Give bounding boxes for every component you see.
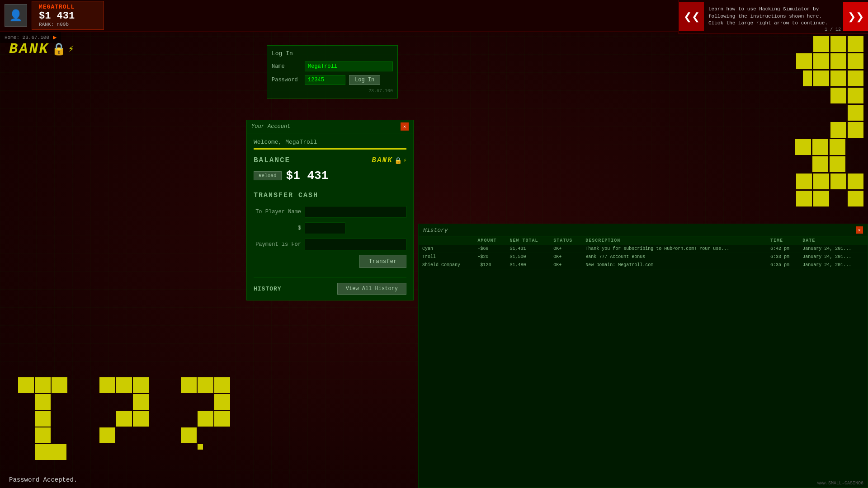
history-title-bar: History × <box>419 224 868 236</box>
player-details: MEGATROLL $1 431 RANK: n00b <box>32 1 104 30</box>
bank-lightning-icon-small: ⚡ <box>403 157 406 164</box>
history-section: HISTORY View All History <box>254 277 406 295</box>
lock-icon: 🔒 <box>52 42 66 56</box>
tutorial-panel: ❮❮ Learn how to use Hacking Simulator by… <box>678 0 868 34</box>
history-title: History <box>423 227 448 234</box>
home-arrow-icon[interactable]: ▶ <box>53 33 57 41</box>
welcome-text: Welcome, MegaTroll <box>254 139 406 145</box>
transfer-payment-label: Payment is For <box>254 241 301 248</box>
cell-amount: -$120 <box>474 261 506 269</box>
cell-description: New Domain: MegaTroll.com <box>582 261 767 269</box>
modal-body: Welcome, MegaTroll BALANCE BANK 🔒 ⚡ Relo… <box>247 133 413 300</box>
transfer-payment-input[interactable] <box>305 239 406 250</box>
table-row: Cyan -$69 $1,431 OK+ Thank you for subsc… <box>419 245 868 253</box>
view-history-button[interactable]: View All History <box>337 283 406 295</box>
cell-time: 6:33 pm <box>767 253 799 261</box>
modal-title: Your Account <box>251 123 290 130</box>
password-accepted: Password Accepted. <box>9 476 77 483</box>
tutorial-prev-button[interactable]: ❮❮ <box>679 2 704 31</box>
history-table-container: AMOUNT NEW TOTAL STATUS DESCRIPTION TIME… <box>419 236 868 269</box>
player-balance: $1 431 <box>39 10 97 22</box>
cell-description: Thank you for subscribing to HubPorn.com… <box>582 245 767 253</box>
prev-arrow-icon: ❮❮ <box>684 11 700 23</box>
col-amount: AMOUNT <box>474 236 506 245</box>
bank-name-label: BANK <box>9 41 49 57</box>
balance-label: BALANCE <box>254 156 290 164</box>
brick-decoration-bottom-left <box>18 377 84 461</box>
cell-date: January 24, 201... <box>799 245 868 253</box>
cell-status: OK+ <box>550 245 582 253</box>
watermark: www.SMALL-CASINO6 <box>817 481 863 486</box>
login-password-input[interactable] <box>305 75 345 85</box>
login-password-row: Password Log In <box>272 75 393 85</box>
account-modal: Your Account × Welcome, MegaTroll BALANC… <box>246 120 414 300</box>
login-panel: Log In Name Password Log In 23.67.100 <box>267 45 398 99</box>
cell-date: January 24, 201... <box>799 253 868 261</box>
cell-new-total: $1,480 <box>506 261 550 269</box>
cell-time: 6:42 pm <box>767 245 799 253</box>
cell-description: Bank 777 Account Bonus <box>582 253 767 261</box>
history-table-header: AMOUNT NEW TOTAL STATUS DESCRIPTION TIME… <box>419 236 868 245</box>
col-status: STATUS <box>550 236 582 245</box>
cell-status: OK+ <box>550 261 582 269</box>
bank-lock-icon-small: 🔒 <box>394 157 402 164</box>
login-name-input[interactable] <box>305 61 393 71</box>
login-password-label: Password <box>272 77 301 83</box>
brick-decoration-bottom-mid2 <box>181 377 247 461</box>
cell-new-total: $1,500 <box>506 253 550 261</box>
bank-logo-small-text: BANK <box>372 156 392 164</box>
modal-close-button[interactable]: × <box>401 122 409 131</box>
balance-row: Reload $1 431 <box>254 169 406 183</box>
transfer-amount-input[interactable] <box>305 222 345 234</box>
login-button[interactable]: Log In <box>349 75 380 85</box>
tutorial-next-button[interactable]: ❯❯ <box>843 2 868 31</box>
cell-from: Cyan <box>419 245 474 253</box>
player-info: 👤 MEGATROLL $1 431 RANK: n00b <box>0 0 108 32</box>
cell-amount: -$69 <box>474 245 506 253</box>
home-ip: Home: 23.67.100 <box>5 35 49 40</box>
transfer-player-input[interactable] <box>305 206 406 218</box>
bank-logo-topleft: BANK 🔒 ⚡ <box>9 41 74 57</box>
balance-section: BALANCE BANK 🔒 ⚡ Reload $1 431 <box>254 156 406 183</box>
transfer-dollar-label: $ <box>254 225 301 231</box>
reload-button[interactable]: Reload <box>254 171 282 180</box>
col-time: TIME <box>767 236 799 245</box>
bank-logo-small: BANK 🔒 ⚡ <box>372 156 406 164</box>
table-row: Troll +$20 $1,500 OK+ Bank 777 Account B… <box>419 253 868 261</box>
transfer-player-row: To Player Name <box>254 206 406 218</box>
cell-date: January 24, 201... <box>799 261 868 269</box>
col-date: DATE <box>799 236 868 245</box>
balance-amount: $1 431 <box>286 169 329 183</box>
cell-time: 6:35 pm <box>767 261 799 269</box>
brick-decoration-bottom-mid <box>99 377 165 461</box>
cell-amount: +$20 <box>474 253 506 261</box>
transfer-button[interactable]: Transfer <box>359 255 406 268</box>
history-table: AMOUNT NEW TOTAL STATUS DESCRIPTION TIME… <box>419 236 868 269</box>
transfer-section: TRANSFER CASH To Player Name $ Payment i… <box>254 192 406 268</box>
transfer-payment-row: Payment is For <box>254 239 406 250</box>
avatar: 👤 <box>5 4 27 27</box>
col-description: DESCRIPTION <box>582 236 767 245</box>
yellow-divider <box>254 148 406 150</box>
cell-new-total: $1,431 <box>506 245 550 253</box>
lightning-icon: ⚡ <box>68 43 74 55</box>
next-arrow-icon: ❯❯ <box>848 11 864 23</box>
modal-title-bar: Your Account × <box>247 120 413 133</box>
col-new-total: NEW TOTAL <box>506 236 550 245</box>
player-name: MEGATROLL <box>39 4 97 10</box>
tutorial-text: Learn how to use Hacking Simulator by fo… <box>704 4 843 29</box>
cell-status: OK+ <box>550 253 582 261</box>
history-close-button[interactable]: × <box>856 226 863 234</box>
login-name-label: Name <box>272 63 301 70</box>
history-panel: History × AMOUNT NEW TOTAL STATUS DESCRI… <box>418 224 868 488</box>
transfer-label: TRANSFER CASH <box>254 192 406 199</box>
player-rank: RANK: n00b <box>39 22 97 27</box>
login-name-row: Name <box>272 61 393 71</box>
table-row: Shield Company -$120 $1,480 OK+ New Doma… <box>419 261 868 269</box>
transfer-player-label: To Player Name <box>254 209 301 215</box>
tutorial-counter: 1 / 12 <box>825 27 841 32</box>
balance-header: BALANCE BANK 🔒 ⚡ <box>254 156 406 164</box>
cell-from: Shield Company <box>419 261 474 269</box>
history-label: HISTORY <box>254 286 282 292</box>
transfer-amount-row: $ <box>254 222 406 234</box>
